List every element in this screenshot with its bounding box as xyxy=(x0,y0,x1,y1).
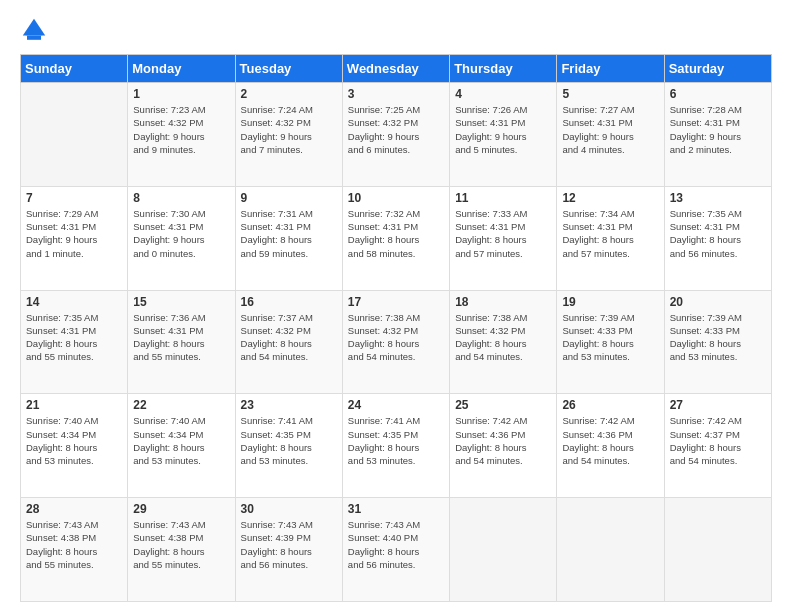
day-number: 3 xyxy=(348,87,444,101)
day-cell xyxy=(664,498,771,602)
day-number: 1 xyxy=(133,87,229,101)
day-cell: 29Sunrise: 7:43 AM Sunset: 4:38 PM Dayli… xyxy=(128,498,235,602)
day-number: 20 xyxy=(670,295,766,309)
day-cell: 3Sunrise: 7:25 AM Sunset: 4:32 PM Daylig… xyxy=(342,83,449,187)
day-number: 29 xyxy=(133,502,229,516)
day-cell: 16Sunrise: 7:37 AM Sunset: 4:32 PM Dayli… xyxy=(235,290,342,394)
day-info: Sunrise: 7:41 AM Sunset: 4:35 PM Dayligh… xyxy=(348,414,444,467)
day-cell: 30Sunrise: 7:43 AM Sunset: 4:39 PM Dayli… xyxy=(235,498,342,602)
day-number: 15 xyxy=(133,295,229,309)
day-number: 16 xyxy=(241,295,337,309)
day-number: 17 xyxy=(348,295,444,309)
day-number: 31 xyxy=(348,502,444,516)
day-header-saturday: Saturday xyxy=(664,55,771,83)
day-cell: 18Sunrise: 7:38 AM Sunset: 4:32 PM Dayli… xyxy=(450,290,557,394)
day-cell: 9Sunrise: 7:31 AM Sunset: 4:31 PM Daylig… xyxy=(235,186,342,290)
day-cell: 24Sunrise: 7:41 AM Sunset: 4:35 PM Dayli… xyxy=(342,394,449,498)
day-header-wednesday: Wednesday xyxy=(342,55,449,83)
day-cell: 31Sunrise: 7:43 AM Sunset: 4:40 PM Dayli… xyxy=(342,498,449,602)
day-number: 22 xyxy=(133,398,229,412)
day-info: Sunrise: 7:38 AM Sunset: 4:32 PM Dayligh… xyxy=(348,311,444,364)
day-info: Sunrise: 7:42 AM Sunset: 4:37 PM Dayligh… xyxy=(670,414,766,467)
day-number: 13 xyxy=(670,191,766,205)
day-number: 27 xyxy=(670,398,766,412)
day-cell: 19Sunrise: 7:39 AM Sunset: 4:33 PM Dayli… xyxy=(557,290,664,394)
day-cell: 23Sunrise: 7:41 AM Sunset: 4:35 PM Dayli… xyxy=(235,394,342,498)
day-cell: 17Sunrise: 7:38 AM Sunset: 4:32 PM Dayli… xyxy=(342,290,449,394)
day-cell: 26Sunrise: 7:42 AM Sunset: 4:36 PM Dayli… xyxy=(557,394,664,498)
day-cell: 27Sunrise: 7:42 AM Sunset: 4:37 PM Dayli… xyxy=(664,394,771,498)
day-cell: 12Sunrise: 7:34 AM Sunset: 4:31 PM Dayli… xyxy=(557,186,664,290)
day-info: Sunrise: 7:40 AM Sunset: 4:34 PM Dayligh… xyxy=(26,414,122,467)
calendar-header-row: SundayMondayTuesdayWednesdayThursdayFrid… xyxy=(21,55,772,83)
day-number: 14 xyxy=(26,295,122,309)
calendar: SundayMondayTuesdayWednesdayThursdayFrid… xyxy=(20,54,772,602)
day-header-thursday: Thursday xyxy=(450,55,557,83)
day-header-friday: Friday xyxy=(557,55,664,83)
day-number: 30 xyxy=(241,502,337,516)
day-cell: 5Sunrise: 7:27 AM Sunset: 4:31 PM Daylig… xyxy=(557,83,664,187)
day-cell: 20Sunrise: 7:39 AM Sunset: 4:33 PM Dayli… xyxy=(664,290,771,394)
day-info: Sunrise: 7:25 AM Sunset: 4:32 PM Dayligh… xyxy=(348,103,444,156)
day-info: Sunrise: 7:43 AM Sunset: 4:38 PM Dayligh… xyxy=(133,518,229,571)
day-cell: 10Sunrise: 7:32 AM Sunset: 4:31 PM Dayli… xyxy=(342,186,449,290)
day-info: Sunrise: 7:42 AM Sunset: 4:36 PM Dayligh… xyxy=(455,414,551,467)
day-number: 2 xyxy=(241,87,337,101)
day-info: Sunrise: 7:24 AM Sunset: 4:32 PM Dayligh… xyxy=(241,103,337,156)
day-cell: 4Sunrise: 7:26 AM Sunset: 4:31 PM Daylig… xyxy=(450,83,557,187)
day-cell: 14Sunrise: 7:35 AM Sunset: 4:31 PM Dayli… xyxy=(21,290,128,394)
day-cell: 11Sunrise: 7:33 AM Sunset: 4:31 PM Dayli… xyxy=(450,186,557,290)
day-cell: 8Sunrise: 7:30 AM Sunset: 4:31 PM Daylig… xyxy=(128,186,235,290)
day-number: 25 xyxy=(455,398,551,412)
day-info: Sunrise: 7:28 AM Sunset: 4:31 PM Dayligh… xyxy=(670,103,766,156)
day-cell: 25Sunrise: 7:42 AM Sunset: 4:36 PM Dayli… xyxy=(450,394,557,498)
day-number: 4 xyxy=(455,87,551,101)
page: SundayMondayTuesdayWednesdayThursdayFrid… xyxy=(0,0,792,612)
day-number: 11 xyxy=(455,191,551,205)
day-cell: 13Sunrise: 7:35 AM Sunset: 4:31 PM Dayli… xyxy=(664,186,771,290)
day-info: Sunrise: 7:39 AM Sunset: 4:33 PM Dayligh… xyxy=(562,311,658,364)
day-cell xyxy=(450,498,557,602)
day-info: Sunrise: 7:38 AM Sunset: 4:32 PM Dayligh… xyxy=(455,311,551,364)
day-number: 6 xyxy=(670,87,766,101)
day-info: Sunrise: 7:43 AM Sunset: 4:38 PM Dayligh… xyxy=(26,518,122,571)
day-number: 9 xyxy=(241,191,337,205)
day-number: 19 xyxy=(562,295,658,309)
day-info: Sunrise: 7:43 AM Sunset: 4:40 PM Dayligh… xyxy=(348,518,444,571)
day-info: Sunrise: 7:37 AM Sunset: 4:32 PM Dayligh… xyxy=(241,311,337,364)
day-cell: 22Sunrise: 7:40 AM Sunset: 4:34 PM Dayli… xyxy=(128,394,235,498)
day-number: 24 xyxy=(348,398,444,412)
day-cell: 2Sunrise: 7:24 AM Sunset: 4:32 PM Daylig… xyxy=(235,83,342,187)
week-row-1: 1Sunrise: 7:23 AM Sunset: 4:32 PM Daylig… xyxy=(21,83,772,187)
day-number: 23 xyxy=(241,398,337,412)
day-cell xyxy=(557,498,664,602)
day-info: Sunrise: 7:43 AM Sunset: 4:39 PM Dayligh… xyxy=(241,518,337,571)
header xyxy=(20,16,772,44)
day-info: Sunrise: 7:27 AM Sunset: 4:31 PM Dayligh… xyxy=(562,103,658,156)
day-number: 8 xyxy=(133,191,229,205)
day-cell: 21Sunrise: 7:40 AM Sunset: 4:34 PM Dayli… xyxy=(21,394,128,498)
day-info: Sunrise: 7:33 AM Sunset: 4:31 PM Dayligh… xyxy=(455,207,551,260)
day-number: 21 xyxy=(26,398,122,412)
logo-icon xyxy=(20,16,48,44)
logo xyxy=(20,16,52,44)
day-info: Sunrise: 7:26 AM Sunset: 4:31 PM Dayligh… xyxy=(455,103,551,156)
day-header-sunday: Sunday xyxy=(21,55,128,83)
day-number: 26 xyxy=(562,398,658,412)
day-header-tuesday: Tuesday xyxy=(235,55,342,83)
day-cell: 1Sunrise: 7:23 AM Sunset: 4:32 PM Daylig… xyxy=(128,83,235,187)
day-number: 12 xyxy=(562,191,658,205)
day-info: Sunrise: 7:36 AM Sunset: 4:31 PM Dayligh… xyxy=(133,311,229,364)
day-number: 7 xyxy=(26,191,122,205)
day-number: 5 xyxy=(562,87,658,101)
day-info: Sunrise: 7:34 AM Sunset: 4:31 PM Dayligh… xyxy=(562,207,658,260)
day-cell: 7Sunrise: 7:29 AM Sunset: 4:31 PM Daylig… xyxy=(21,186,128,290)
day-info: Sunrise: 7:35 AM Sunset: 4:31 PM Dayligh… xyxy=(26,311,122,364)
day-cell: 15Sunrise: 7:36 AM Sunset: 4:31 PM Dayli… xyxy=(128,290,235,394)
day-info: Sunrise: 7:23 AM Sunset: 4:32 PM Dayligh… xyxy=(133,103,229,156)
day-number: 28 xyxy=(26,502,122,516)
day-cell: 6Sunrise: 7:28 AM Sunset: 4:31 PM Daylig… xyxy=(664,83,771,187)
day-info: Sunrise: 7:41 AM Sunset: 4:35 PM Dayligh… xyxy=(241,414,337,467)
day-info: Sunrise: 7:35 AM Sunset: 4:31 PM Dayligh… xyxy=(670,207,766,260)
day-info: Sunrise: 7:31 AM Sunset: 4:31 PM Dayligh… xyxy=(241,207,337,260)
